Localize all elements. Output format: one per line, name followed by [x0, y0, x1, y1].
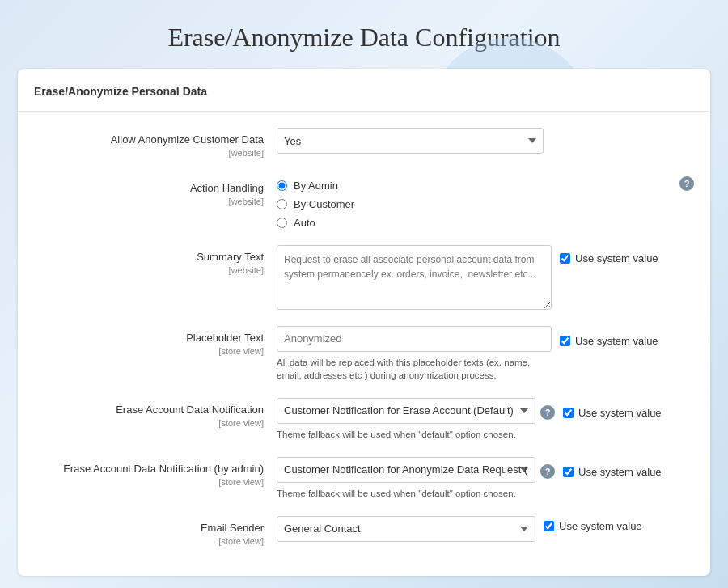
- action-handling-help-icon[interactable]: ?: [679, 176, 694, 191]
- summary-text-use-system-checkbox[interactable]: [560, 253, 570, 264]
- summary-text-textarea[interactable]: [277, 245, 552, 310]
- erase-notification-admin-help-icon[interactable]: ?: [540, 464, 555, 479]
- summary-text-controls: Use system value: [277, 245, 694, 310]
- erase-notification-use-system-label: Use system value: [578, 407, 662, 419]
- erase-notification-admin-use-system: Use system value: [563, 462, 662, 478]
- placeholder-text-row: Placeholder Text [store view] Use system…: [18, 318, 710, 390]
- erase-notification-admin-row: Erase Account Data Notification (by admi…: [18, 449, 710, 508]
- erase-notification-use-system-checkbox[interactable]: [563, 408, 574, 418]
- email-sender-use-system-checkbox[interactable]: [544, 521, 554, 531]
- placeholder-text-use-system-label: Use system value: [575, 335, 658, 347]
- config-card: Erase/Anonymize Personal Data Allow Anon…: [18, 69, 710, 576]
- erase-notification-label: Erase Account Data Notification [store v…: [34, 398, 277, 430]
- placeholder-text-controls: Use system value All data will be replac…: [277, 326, 694, 382]
- allow-anonymize-label: Allow Anonymize Customer Data [website]: [34, 128, 277, 160]
- radio-auto[interactable]: Auto: [277, 217, 675, 229]
- email-sender-controls: General Contact Use system value: [277, 516, 694, 542]
- summary-text-label: Summary Text [website]: [34, 245, 277, 277]
- erase-notification-hint: Theme fallback will be used when "defaul…: [277, 428, 516, 441]
- erase-notification-admin-select[interactable]: Customer Notification for Anonymize Data…: [277, 457, 535, 483]
- allow-anonymize-select[interactable]: Yes No: [277, 128, 544, 154]
- erase-notification-help-icon[interactable]: ?: [540, 405, 555, 420]
- email-sender-use-system: Use system value: [544, 516, 642, 532]
- summary-text-use-system-label: Use system value: [575, 252, 658, 264]
- radio-by-customer-label: By Customer: [294, 198, 354, 210]
- erase-notification-admin-hint: Theme fallback will be used when "defaul…: [277, 487, 516, 500]
- radio-by-customer[interactable]: By Customer: [277, 198, 675, 210]
- erase-notification-admin-label: Erase Account Data Notification (by admi…: [34, 457, 277, 489]
- allow-anonymize-row: Allow Anonymize Customer Data [website] …: [18, 120, 710, 168]
- summary-text-row: Summary Text [website] Use system value: [18, 237, 710, 318]
- erase-notification-select[interactable]: Customer Notification for Erase Account …: [277, 398, 535, 424]
- email-sender-use-system-label: Use system value: [559, 520, 642, 532]
- placeholder-text-label: Placeholder Text [store view]: [34, 326, 277, 358]
- card-title: Erase/Anonymize Personal Data: [18, 85, 710, 112]
- email-sender-select[interactable]: General Contact: [277, 516, 535, 542]
- erase-notification-admin-use-system-checkbox[interactable]: [563, 467, 574, 477]
- placeholder-text-use-system-checkbox[interactable]: [560, 336, 570, 346]
- action-handling-controls: By Admin By Customer Auto: [277, 176, 675, 229]
- email-sender-label: Email Sender [store view]: [34, 516, 277, 548]
- radio-by-admin-input[interactable]: [277, 180, 287, 191]
- action-handling-label: Action Handling [website]: [34, 176, 277, 209]
- erase-notification-row: Erase Account Data Notification [store v…: [18, 390, 710, 449]
- erase-notification-controls: Customer Notification for Erase Account …: [277, 398, 694, 441]
- radio-by-admin-label: By Admin: [294, 180, 338, 192]
- erase-notification-admin-select-wrap: Customer Notification for Anonymize Data…: [277, 457, 555, 483]
- placeholder-text-use-system: Use system value: [560, 331, 658, 347]
- erase-notification-use-system: Use system value: [563, 403, 662, 419]
- action-handling-row: Action Handling [website] By Admin By Cu…: [18, 168, 710, 237]
- radio-auto-input[interactable]: [277, 218, 287, 228]
- radio-by-customer-input[interactable]: [277, 199, 287, 209]
- action-handling-radio-group: By Admin By Customer Auto: [277, 176, 675, 229]
- erase-notification-admin-use-system-label: Use system value: [578, 466, 662, 478]
- email-sender-row: Email Sender [store view] General Contac…: [18, 508, 710, 556]
- radio-by-admin[interactable]: By Admin: [277, 180, 675, 192]
- erase-notification-admin-controls: Customer Notification for Anonymize Data…: [277, 457, 694, 500]
- summary-text-use-system: Use system value: [560, 248, 658, 264]
- allow-anonymize-controls: Yes No: [277, 128, 694, 154]
- placeholder-text-hint: All data will be replaced with this plac…: [277, 356, 552, 382]
- placeholder-text-input[interactable]: [277, 326, 552, 352]
- radio-auto-label: Auto: [294, 217, 315, 229]
- page-title: Erase/Anonymize Data Configuration: [0, 0, 728, 69]
- erase-notification-select-wrap: Customer Notification for Erase Account …: [277, 398, 555, 424]
